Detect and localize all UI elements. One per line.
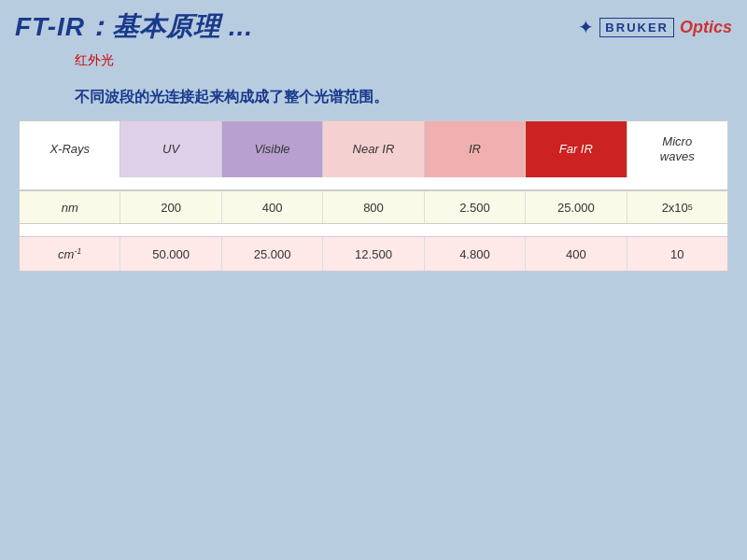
logo-area: ✦ BRUKER Optics: [578, 16, 732, 38]
nm-label: nm: [62, 201, 78, 215]
description: 不同波段的光连接起来构成成了整个光谱范围。: [0, 69, 747, 120]
spectrum-color-row: X-Rays UV Visible Near IR IR Far IR Micr…: [20, 121, 727, 177]
col-ir: IR: [425, 121, 526, 177]
nm-label-cell: nm: [20, 191, 120, 223]
cm-4800: 4.800: [425, 237, 526, 271]
nm-row: nm 200 400 800 2.500 25.000 2x105: [20, 190, 727, 224]
cm-label: cm-1: [58, 246, 81, 261]
col-microwaves: Microwaves: [627, 121, 727, 177]
page-title: FT-IR：基本原理 ...: [15, 9, 253, 45]
cm-25000: 25.000: [222, 237, 323, 271]
nm-200: 200: [120, 191, 221, 223]
bruker-logo-text: BRUKER: [599, 18, 674, 37]
bottom-spacer: [0, 272, 747, 300]
col-xrays: X-Rays: [20, 121, 120, 177]
spacer-row-1: [20, 177, 727, 190]
page-header: FT-IR：基本原理 ... ✦ BRUKER Optics: [0, 0, 747, 49]
nm-400: 400: [222, 191, 323, 223]
nm-2500: 2.500: [425, 191, 526, 223]
col-visible: Visible: [222, 121, 323, 177]
nm-800: 800: [323, 191, 424, 223]
cm-400: 400: [526, 237, 627, 271]
cm-row: cm-1 50.000 25.000 12.500 4.800 400 10: [20, 237, 727, 271]
col-far-ir: Far IR: [526, 121, 627, 177]
bruker-logo-icon: ✦: [578, 16, 594, 38]
cm-label-cell: cm-1: [20, 237, 120, 271]
spectrum-table: X-Rays UV Visible Near IR IR Far IR Micr…: [19, 120, 728, 272]
cm-10: 10: [627, 237, 727, 271]
col-near-ir: Near IR: [323, 121, 424, 177]
subtitle: 红外光: [0, 49, 747, 69]
nm-2e5: 2x105: [627, 191, 727, 223]
optics-logo-text: Optics: [680, 18, 732, 37]
cm-50000: 50.000: [120, 237, 221, 271]
col-uv: UV: [120, 121, 221, 177]
spacer-row-2: [20, 224, 727, 237]
nm-25000: 25.000: [526, 191, 627, 223]
cm-12500: 12.500: [323, 237, 424, 271]
